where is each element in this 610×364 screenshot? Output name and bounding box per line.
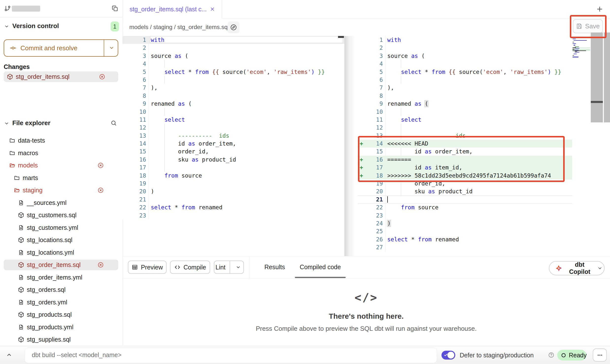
chevron-down-icon[interactable] bbox=[4, 24, 9, 29]
code-line-3[interactable]: 3source as ( bbox=[358, 52, 572, 60]
defer-toggle[interactable] bbox=[441, 351, 455, 360]
code-line-17[interactable]: +17 id as item_id, bbox=[358, 164, 572, 171]
file-tree-item-stg-products-yml[interactable]: stg_products.yml bbox=[0, 322, 122, 332]
code-line-8[interactable]: 8 bbox=[122, 92, 344, 100]
code-line-10[interactable]: 10 bbox=[358, 108, 572, 116]
code-line-15[interactable]: 15 id as order_item, bbox=[358, 148, 572, 155]
code-line-22[interactable]: 22select * from renamed bbox=[122, 203, 344, 211]
code-line-4[interactable]: 4 bbox=[122, 60, 344, 68]
minimap[interactable] bbox=[572, 37, 590, 69]
code-line-11[interactable]: 11 select bbox=[122, 116, 344, 124]
code-line-27[interactable]: 27 bbox=[358, 243, 572, 251]
file-tree-item-models[interactable]: models bbox=[0, 160, 122, 171]
file-tree-item-marts[interactable]: marts bbox=[0, 173, 122, 183]
circled-x-icon[interactable] bbox=[97, 162, 104, 169]
circled-x-icon[interactable] bbox=[97, 187, 104, 194]
file-tree-item-stg-orders-yml[interactable]: stg_orders.yml bbox=[0, 297, 122, 308]
chevron-up-icon[interactable] bbox=[6, 352, 12, 358]
tab-compiled-code[interactable]: Compiled code bbox=[292, 256, 349, 278]
code-line-9[interactable]: 9renamed as ( bbox=[122, 100, 344, 108]
code-line-23[interactable]: 23 bbox=[122, 212, 344, 219]
scrollbar-track-outer[interactable] bbox=[604, 33, 610, 122]
code-line-4[interactable]: 4 bbox=[358, 60, 572, 68]
code-line-6[interactable]: 6 bbox=[122, 76, 344, 84]
help-question-icon[interactable] bbox=[548, 352, 555, 358]
code-line-26[interactable]: 26select * from renamed bbox=[358, 235, 572, 243]
code-line-18[interactable]: 18 from source bbox=[122, 172, 344, 180]
code-line-5[interactable]: 5 select * from {{ source('ecom', 'raw_i… bbox=[122, 68, 344, 76]
lineage-compass-icon[interactable] bbox=[228, 21, 239, 33]
code-line-18[interactable]: +18>>>>>>> 58c1dd23d5eebd9cd2495fa7124ab… bbox=[358, 172, 572, 180]
scrollbar-track[interactable] bbox=[591, 33, 603, 122]
new-tab-plus-icon[interactable] bbox=[596, 5, 604, 13]
close-icon[interactable] bbox=[210, 6, 215, 12]
search-icon[interactable] bbox=[110, 120, 117, 126]
commit-and-resolve-button[interactable]: Commit and resolve bbox=[4, 39, 118, 57]
code-line-23[interactable]: 23 bbox=[358, 212, 572, 219]
code-line-12[interactable]: 12 bbox=[358, 124, 572, 132]
code-line-21[interactable]: 21 bbox=[358, 196, 572, 203]
circled-x-icon[interactable] bbox=[99, 73, 105, 80]
compile-button[interactable]: Compile bbox=[170, 261, 210, 274]
code-line-15[interactable]: 15 order_id, bbox=[122, 148, 344, 155]
code-line-1[interactable]: 1with bbox=[122, 36, 344, 44]
code-line-3[interactable]: 3source as ( bbox=[122, 52, 344, 60]
file-tree-item-stg-order-items-yml[interactable]: stg_order_items.yml bbox=[0, 272, 122, 283]
code-line-11[interactable]: 11 select bbox=[358, 116, 572, 124]
preview-button[interactable]: Preview bbox=[128, 261, 167, 274]
code-line-17[interactable]: 17 bbox=[122, 164, 344, 171]
code-line-2[interactable]: 2 bbox=[358, 44, 572, 52]
editor-pane-original[interactable]: 1with23source as (45 select * from {{ so… bbox=[122, 36, 344, 219]
code-line-10[interactable]: 10 bbox=[122, 108, 344, 116]
code-line-6[interactable]: 6 bbox=[358, 76, 572, 84]
more-options-button[interactable] bbox=[593, 348, 607, 362]
changed-file-item[interactable]: stg_order_items.sql bbox=[4, 71, 118, 82]
code-line-7[interactable]: 7), bbox=[122, 84, 344, 92]
file-tree-item-stg-orders-sql[interactable]: stg_orders.sql bbox=[0, 284, 122, 295]
code-line-16[interactable]: 16 sku as product_id bbox=[122, 156, 344, 164]
code-line-25[interactable]: 25 bbox=[358, 227, 572, 235]
code-line-8[interactable]: 8 bbox=[358, 92, 572, 100]
code-line-1[interactable]: 1with bbox=[358, 36, 572, 44]
file-tree-item-stg-locations-yml[interactable]: stg_locations.yml bbox=[0, 247, 122, 258]
code-line-24[interactable]: 24) bbox=[358, 219, 572, 227]
chevron-down-icon[interactable] bbox=[233, 265, 243, 270]
circled-x-icon[interactable] bbox=[97, 262, 104, 268]
editor-pane-current[interactable]: 1with23source as (45 select * from {{ so… bbox=[358, 36, 572, 251]
file-tree-item-macros[interactable]: macros bbox=[0, 148, 122, 158]
file-tree-item-data-tests[interactable]: data-tests bbox=[0, 135, 122, 146]
file-tree-item-stg-customers-yml[interactable]: stg_customers.yml bbox=[0, 222, 122, 233]
file-tree-item-stg-supplies-sql[interactable]: stg_supplies.sql bbox=[0, 334, 122, 345]
code-line-12[interactable]: 12 bbox=[122, 124, 344, 132]
code-line-2[interactable]: 2 bbox=[122, 44, 344, 52]
code-line-20[interactable]: 20 sku as product_id bbox=[358, 187, 572, 195]
command-input[interactable]: dbt build --select <model_name> bbox=[25, 348, 437, 363]
left-scrollbar-thumb[interactable] bbox=[338, 36, 344, 38]
lint-button[interactable]: Lint bbox=[214, 261, 244, 274]
copy-icon[interactable] bbox=[112, 5, 118, 12]
code-line-21[interactable]: 21 bbox=[122, 196, 344, 203]
save-button[interactable]: Save bbox=[573, 19, 603, 33]
file-tree-item-stg-products-sql[interactable]: stg_products.sql bbox=[0, 309, 122, 320]
code-line-13[interactable]: 13 ---------- ids bbox=[122, 132, 344, 140]
code-line-14[interactable]: 14 id as order_item, bbox=[122, 140, 344, 148]
code-line-5[interactable]: 5 select * from {{ source('ecom', 'raw_i… bbox=[358, 68, 572, 76]
tab-stg-order-items[interactable]: stg_order_items.sql (last c... bbox=[123, 0, 222, 18]
code-line-20[interactable]: 20) bbox=[122, 187, 344, 195]
dbt-copilot-button[interactable]: dbt Copilot bbox=[549, 261, 605, 275]
file-tree-item-staging[interactable]: staging bbox=[0, 185, 122, 196]
file-tree-item-stg-locations-sql[interactable]: stg_locations.sql bbox=[0, 235, 122, 245]
code-line-14[interactable]: +14<<<<<<< HEAD bbox=[358, 140, 572, 148]
code-line-19[interactable]: 19 order_id, bbox=[358, 180, 572, 187]
file-tree-item-stg-order-items-sql[interactable]: stg_order_items.sql bbox=[0, 260, 122, 270]
chevron-down-icon[interactable] bbox=[109, 45, 115, 51]
file-tree-item--sources-yml[interactable]: __sources.yml bbox=[0, 198, 122, 208]
file-tree-item-stg-customers-sql[interactable]: stg_customers.sql bbox=[0, 210, 122, 220]
tab-results[interactable]: Results bbox=[260, 256, 289, 278]
code-line-16[interactable]: +16======= bbox=[358, 156, 572, 164]
code-line-19[interactable]: 19 bbox=[122, 180, 344, 187]
code-line-7[interactable]: 7), bbox=[358, 84, 572, 92]
chevron-down-icon[interactable] bbox=[4, 121, 9, 126]
code-line-13[interactable]: 13 ---------- ids bbox=[358, 132, 572, 140]
code-line-9[interactable]: 9renamed as ( bbox=[358, 100, 572, 108]
